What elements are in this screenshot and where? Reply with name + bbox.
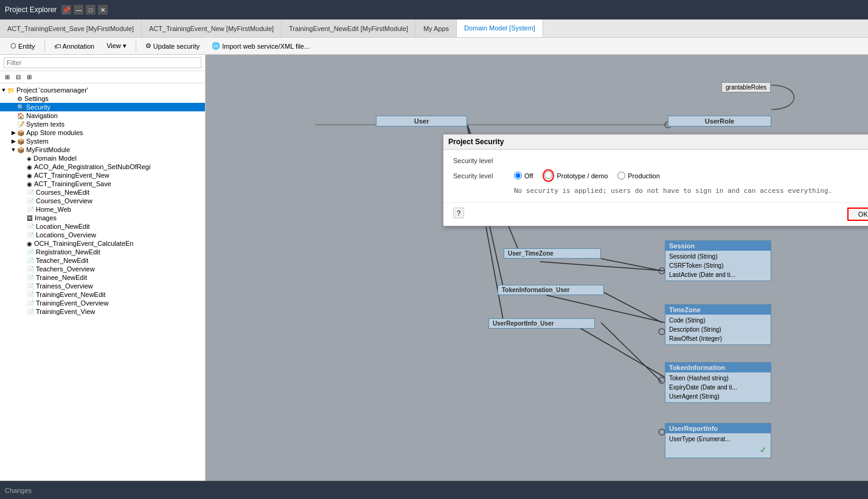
tree-item-act_save[interactable]: ◉ACT_TrainingEvent_Save [0,180,205,188]
toolbar-sep-1 [44,41,45,52]
tree-item-courses_newedit[interactable]: 📄Courses_NewEdit [0,188,205,197]
tab-act-new[interactable]: ACT_TrainingEvent_New [MyFirstModule] [142,19,282,37]
tree-item-images[interactable]: 🖼Images [0,214,205,222]
security-level-options-row: Security level Off P [453,169,868,182]
tree-item-locations_overview[interactable]: 📄Locations_Overview [0,231,205,239]
security-level-label: Security level [453,172,514,180]
tree-item-trainee_newedit[interactable]: 📄Trainee_NewEdit [0,273,205,282]
dialog-overlay: Project Security □ ✕ Security level Secu… [206,55,868,481]
tree-item-location_newedit[interactable]: 📄Location_NewEdit [0,222,205,231]
filter-input[interactable] [4,57,201,68]
tree-item-icon-domainmodel: ◈ [27,155,32,162]
tree-item-label-location_newedit: Location_NewEdit [36,223,90,230]
tree-item-domainmodel[interactable]: ◈Domain Model [0,154,205,162]
tree-item-act_new[interactable]: ◉ACT_TrainingEvent_New [0,171,205,180]
tree-item-aco_ade[interactable]: ◉ACO_Ade_Registration_SetNubOfRegi [0,162,205,171]
radio-production[interactable] [617,172,625,180]
tree-item-icon-system: 📦 [17,138,24,145]
tree-item-trainingevent_view[interactable]: 📄TrainingEvent_View [0,307,205,316]
tree-item-label-trainingevent_overview: TrainingEvent_Overview [36,299,108,307]
prototype-highlight [543,169,554,182]
tree-item-label-act_new: ACT_TrainingEvent_New [34,172,109,179]
tree-item-systemtexts[interactable]: 📝System texts [0,120,205,128]
tab-myapps[interactable]: My Apps [416,19,457,37]
tree-item-trainess_overview[interactable]: 📄Trainess_Overview [0,282,205,290]
right-panel: grantableRoles User UserRole User_TimeZo… [206,55,868,481]
tree-item-label-courses_overview: Courses_Overview [36,197,92,204]
changes-label: Changes [5,487,32,494]
expand-icon-myfirstmodule: ▼ [10,147,17,153]
tree-item-label-systemtexts: System texts [26,120,64,128]
tab-trainingevent-newedit[interactable]: TrainingEvent_NewEdit [MyFirstModule] [282,19,416,37]
radio-off[interactable] [514,172,522,180]
tree-item-icon-courses_newedit: 📄 [27,189,34,196]
tree-item-label-trainingevent_newedit: TrainingEvent_NewEdit [36,291,106,298]
tree-item-registration_newedit[interactable]: 📄Registration_NewEdit [0,248,205,256]
tree-item-label-system: System [26,138,49,145]
tree-item-appstore[interactable]: ▶📦App Store modules [0,128,205,137]
option-off[interactable]: Off [514,172,533,180]
tree-item-myfirstmodule[interactable]: ▼📦MyFirstModule [0,145,205,154]
minimize-button[interactable]: — [74,5,83,15]
tree-item-icon-registration_newedit: 📄 [27,249,34,256]
tree-item-project[interactable]: ▼📁Project 'coursemanager' [0,86,205,94]
bottom-panel: Changes [0,481,868,499]
tree-item-och_training[interactable]: ◉OCH_TrainingEvent_CalculateEn [0,239,205,248]
tree-item-icon-trainess_overview: 📄 [27,283,34,290]
tree-item-trainingevent_overview[interactable]: 📄TrainingEvent_Overview [0,299,205,307]
view-button[interactable]: View ▾ [101,40,132,52]
import-icon: 🌐 [212,42,220,50]
tree-item-icon-trainingevent_overview: 📄 [27,300,34,307]
collapse-all-button[interactable]: ⊟ [13,72,23,82]
security-level-header-row: Security level [453,157,868,164]
tree-item-teacher_newedit[interactable]: 📄Teacher_NewEdit [0,256,205,265]
tab-bar: ACT_TrainingEvent_Save [MyFirstModule] A… [0,19,868,38]
tree-item-courses_overview[interactable]: 📄Courses_Overview [0,197,205,205]
import-button[interactable]: 🌐 Import web service/XML file... [206,40,315,52]
close-button[interactable]: ✕ [98,5,108,15]
tree-item-navigation[interactable]: 🏠Navigation [0,111,205,120]
annotation-button[interactable]: 🏷 Annotation [49,41,100,52]
tree-item-teachers_overview[interactable]: 📄Teachers_Overview [0,265,205,273]
tree-item-settings[interactable]: ⚙Settings [0,94,205,103]
radio-prototype[interactable] [544,171,552,179]
option-production[interactable]: Production [617,172,660,180]
tree-item-icon-myfirstmodule: 📦 [17,147,24,153]
tree-item-icon-systemtexts: 📝 [17,121,24,128]
tree-item-label-aco_ade: ACO_Ade_Registration_SetNubOfRegi [34,163,150,170]
tree-item-label-project: Project 'coursemanager' [16,86,88,94]
maximize-button[interactable]: □ [86,5,95,15]
tree-item-label-images: Images [35,214,57,222]
grid-view-button[interactable]: ⊞ [24,72,34,82]
tree-item-system[interactable]: ▶📦System [0,137,205,145]
project-security-dialog: Project Security □ ✕ Security level Secu… [443,134,868,226]
option-prototype[interactable]: Prototype / demo [543,169,608,182]
tree-item-label-home_web: Home_Web [36,206,71,213]
update-security-button[interactable]: ⚙ Update security [140,40,205,52]
ok-button[interactable]: OK [847,208,868,221]
tree-item-icon-appstore: 📦 [17,130,24,136]
tree-item-icon-images: 🖼 [27,215,33,222]
tab-domain-model[interactable]: Domain Model [System] [457,19,543,37]
tree-item-label-locations_overview: Locations_Overview [36,231,96,239]
dialog-content: Security level Security level Off [443,150,868,202]
tree-item-home_web[interactable]: 📄Home_Web [0,205,205,214]
expand-all-button[interactable]: ⊞ [2,72,12,82]
expand-icon-system: ▶ [10,138,17,144]
help-button[interactable]: ? [453,208,464,218]
tree-item-label-courses_newedit: Courses_NewEdit [36,189,89,196]
left-panel: ⊞ ⊟ ⊞ ▼📁Project 'coursemanager'⚙Settings… [0,55,206,481]
tree-item-icon-trainee_newedit: 📄 [27,274,34,281]
entity-button[interactable]: ⬡ Entity [5,40,41,52]
tree-toolbar: ⊞ ⊟ ⊞ [0,71,205,83]
tree-item-trainingevent_newedit[interactable]: 📄TrainingEvent_NewEdit [0,290,205,299]
annotation-icon: 🏷 [54,43,61,50]
tree-item-security[interactable]: 🔍Security [0,103,205,111]
tree-item-icon-trainingevent_view: 📄 [27,309,34,315]
tab-act-save[interactable]: ACT_TrainingEvent_Save [MyFirstModule] [0,19,142,37]
tree-item-label-teacher_newedit: Teacher_NewEdit [36,257,88,264]
pin-button[interactable]: 📌 [61,5,71,15]
tree-item-label-navigation: Navigation [26,112,58,119]
tree-item-label-registration_newedit: Registration_NewEdit [36,248,100,256]
filter-bar [0,55,205,71]
